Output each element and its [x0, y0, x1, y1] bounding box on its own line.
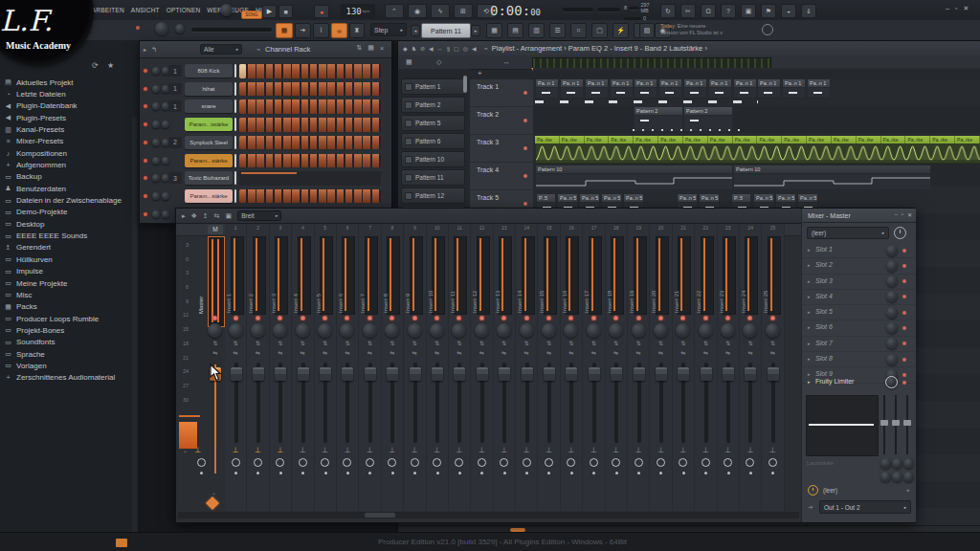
rack-back-icon[interactable]: ▸ — [144, 46, 146, 53]
browser-item[interactable]: ▭ Misc — [4, 289, 130, 300]
insert-pan-knob[interactable] — [408, 323, 422, 338]
browser-scrollbar[interactable] — [132, 117, 137, 551]
insert-sep-arrows-icon[interactable]: ⇅ — [494, 340, 515, 346]
rack-undo-icon[interactable]: ↰ — [151, 46, 157, 54]
mixer-tool-icon[interactable]: ▣ — [226, 212, 233, 220]
insert-stereo-arrows-icon[interactable]: ⇆ — [292, 349, 313, 356]
insert-stereo-arrows-icon[interactable]: ⇆ — [315, 349, 336, 356]
insert-fader-handle[interactable] — [231, 367, 242, 381]
view-icon[interactable]: ⌗ — [570, 23, 587, 38]
insert-io-plug-icon[interactable]: ⊥ — [292, 446, 313, 454]
insert-sep-arrows-icon[interactable]: ⇅ — [427, 340, 448, 346]
insert-pan-knob[interactable] — [363, 323, 377, 338]
slot-enable-dot[interactable] — [902, 342, 906, 345]
insert-arm-dot[interactable] — [524, 316, 529, 320]
insert-sep-arrows-icon[interactable]: ⇅ — [718, 340, 739, 346]
insert-strip[interactable]: 10 Insert 10 ⇅ ⇆ ⊥ — [427, 224, 449, 511]
insert-stereo-arrows-icon[interactable]: ⇆ — [247, 349, 268, 356]
insert-sep-arrows-icon[interactable]: ⇅ — [740, 340, 761, 346]
insert-strip[interactable]: 18 Insert 18 ⇅ ⇆ ⊥ — [606, 224, 628, 511]
slot-mix-knob[interactable] — [886, 291, 898, 302]
insert-pan-knob[interactable] — [632, 323, 646, 338]
channel-target-number[interactable]: 1 — [168, 65, 182, 77]
mixer-tool-icon[interactable]: ▸ — [182, 212, 186, 220]
insert-pan-knob[interactable] — [430, 323, 444, 338]
insert-io-circle-icon[interactable] — [768, 458, 777, 467]
mixer-tool-icon[interactable]: ⇆ — [214, 212, 220, 220]
insert-sep-arrows-icon[interactable]: ⇅ — [561, 340, 582, 346]
channel-target-number[interactable]: 2 — [168, 137, 182, 148]
view-icon[interactable]: ⚡ — [612, 23, 629, 38]
insert-fader-handle[interactable] — [522, 367, 533, 381]
insert-io-plug-icon[interactable]: ⊥ — [449, 446, 470, 454]
insert-strip[interactable]: 11 Insert 11 ⇅ ⇆ ⊥ — [449, 224, 471, 511]
insert-fader-handle[interactable] — [477, 367, 488, 381]
slot-enable-dot[interactable] — [902, 295, 906, 298]
track-record-dot[interactable] — [523, 202, 527, 206]
typing-keyboard-icon[interactable]: ▦ — [276, 23, 293, 38]
strip-eq-display[interactable] — [806, 395, 879, 456]
effect-slot[interactable]: ▸ Slot 2 — [802, 258, 916, 274]
insert-fader-handle[interactable] — [634, 367, 645, 381]
effect-slot[interactable]: ▸ Slot 5 — [802, 305, 916, 320]
snap-magnet-icon[interactable]: ◇ — [436, 58, 441, 66]
insert-arm-dot[interactable] — [613, 316, 618, 320]
insert-io-plug-icon[interactable]: ⊥ — [427, 446, 448, 454]
insert-stereo-arrows-icon[interactable]: ⇆ — [740, 349, 761, 356]
browser-item[interactable]: + Zerschnittenes Audiomaterial — [4, 372, 130, 384]
insert-sep-arrows-icon[interactable]: ⇅ — [628, 340, 649, 346]
pattern-list-item[interactable]: Pattern 1 — [401, 78, 465, 95]
browser-item[interactable]: ▥ Kanal-Presets — [4, 123, 130, 135]
insert-io-plug-icon[interactable]: ⊥ — [359, 446, 380, 454]
insert-arm-dot[interactable] — [501, 316, 506, 320]
insert-pan-knob[interactable] — [452, 323, 466, 338]
browser-item[interactable]: ▭ Meine Projekte — [4, 277, 130, 289]
insert-sep-arrows-icon[interactable]: ⇅ — [225, 340, 246, 346]
insert-fader-handle[interactable] — [342, 367, 353, 381]
utility-icon[interactable]: ✂ — [680, 4, 696, 18]
channel-step-sequencer[interactable] — [239, 118, 381, 132]
insert-io-circle-icon[interactable] — [679, 458, 687, 467]
playlist-tool-icon[interactable]: § — [447, 45, 450, 52]
insert-strip[interactable]: 3 Insert 3 ⇅ ⇆ ⊥ — [270, 224, 292, 511]
mixer-tool-icon[interactable]: ↥ — [203, 212, 209, 220]
insert-stereo-arrows-icon[interactable]: ⇆ — [225, 349, 246, 356]
insert-io-plug-icon[interactable]: ⊥ — [247, 446, 268, 454]
insert-stereo-arrows-icon[interactable]: ⇆ — [382, 349, 403, 356]
slot-mix-knob[interactable] — [886, 276, 898, 287]
playlist-tool-icon[interactable]: ↔ — [437, 45, 443, 52]
insert-pan-knob[interactable] — [273, 323, 287, 338]
fruity-limiter-slot[interactable]: ▸ Fruity Limiter — [802, 375, 916, 390]
insert-strip[interactable]: 14 Insert 14 ⇅ ⇆ ⊥ — [516, 224, 538, 511]
insert-arm-dot[interactable] — [457, 316, 461, 320]
insert-fader-handle[interactable] — [544, 367, 555, 381]
insert-sep-arrows-icon[interactable]: ⇅ — [673, 340, 694, 346]
insert-strip[interactable]: 21 Insert 21 ⇅ ⇆ ⊥ — [673, 224, 695, 511]
slot-enable-dot[interactable] — [902, 264, 906, 268]
pattern-selector[interactable]: Pattern 11 — [421, 23, 471, 38]
insert-io-circle-icon[interactable] — [657, 458, 665, 467]
insert-strip[interactable]: 2 Insert 2 ⇅ ⇆ ⊥ — [247, 224, 269, 511]
insert-sep-arrows-icon[interactable]: ⇅ — [471, 340, 492, 346]
channel-target-number[interactable]: 3 — [168, 172, 182, 184]
insert-strip[interactable]: 17 Insert 17 ⇅ ⇆ ⊥ — [583, 224, 605, 511]
insert-stereo-arrows-icon[interactable]: ⇆ — [471, 349, 492, 356]
insert-strip[interactable]: 22 Insert 22 ⇅ ⇆ ⊥ — [695, 224, 717, 511]
insert-fader-handle[interactable] — [365, 367, 376, 381]
insert-sep-arrows-icon[interactable]: ⇅ — [538, 340, 559, 346]
insert-pan-knob[interactable] — [766, 323, 780, 338]
insert-sep-arrows-icon[interactable]: ⇅ — [516, 340, 537, 346]
browser-item[interactable]: ▭ Dateien in der Zwischenablage — [4, 194, 130, 206]
insert-arm-dot[interactable] — [568, 316, 573, 320]
insert-fader-handle[interactable] — [723, 367, 734, 381]
insert-fader-handle[interactable] — [566, 367, 577, 381]
channel-step-sequencer[interactable] — [239, 99, 381, 114]
clock-icon[interactable] — [894, 227, 906, 239]
insert-arm-dot[interactable] — [680, 316, 685, 320]
master-pitch-slider[interactable] — [191, 28, 272, 32]
insert-pan-knob[interactable] — [318, 323, 332, 338]
channel-pan-knob[interactable] — [152, 121, 160, 128]
channel-name-button[interactable]: 808 Kick — [185, 64, 233, 77]
channel-pan-knob[interactable] — [152, 85, 160, 93]
channel-target-number[interactable] — [168, 155, 182, 166]
